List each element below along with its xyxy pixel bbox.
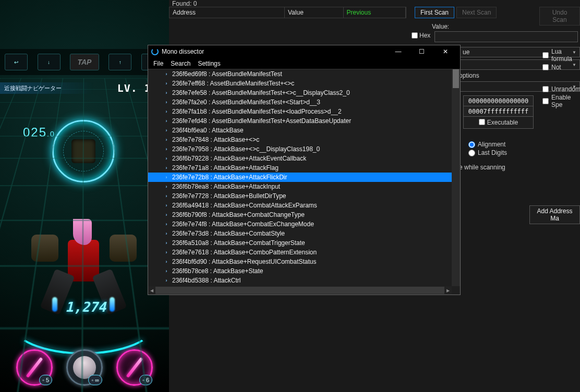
scan-note: e while scanning: [459, 164, 505, 171]
col-previous[interactable]: Previous: [344, 7, 406, 18]
class-icon: ›: [164, 71, 169, 77]
tree-row[interactable]: ›236f6a510a8 : AttackBase+CombatTriggerS…: [148, 238, 452, 248]
skill-orb-2[interactable]: ◦∞: [66, 349, 103, 386]
action-slot-tap[interactable]: TAP: [70, 54, 99, 70]
tree-row[interactable]: ›236fe7e7728 : AttackBase+BulletDirType: [148, 191, 452, 201]
class-icon: ›: [164, 109, 169, 114]
class-icon: ›: [164, 250, 169, 255]
tree-row[interactable]: ›236f6ed69f8 : AssetBundleManifestTest: [148, 69, 452, 79]
combat-navi-label: 近接戦闘ナビゲーター: [4, 84, 62, 92]
class-icon: ›: [164, 156, 169, 161]
tree-row[interactable]: ›236fe7e7848 : AttackBase+<>c: [148, 135, 452, 144]
tree-row-label: 236fe7efe58 : AssetBundleManifestTest+<>…: [172, 89, 350, 96]
tree-row[interactable]: ›236f6b78ea8 : AttackBase+AttackInput: [148, 182, 452, 191]
lua-formula-checkbox[interactable]: Lua formula: [542, 48, 580, 63]
mem-start-input[interactable]: [464, 96, 533, 106]
menu-file[interactable]: File: [153, 60, 163, 67]
class-icon: ›: [164, 203, 169, 208]
executable-checkbox[interactable]: Executable: [464, 117, 533, 128]
tree-row-label: 236f4bf6d90 : AttackBase+RequestUICombat…: [172, 258, 317, 265]
tree-row-label: 236f6b78ce8 : AttackBase+State: [172, 267, 263, 275]
maximize-button[interactable]: ☐: [410, 45, 433, 58]
tree-row[interactable]: ›236fe7efd48 : AssetBundleManifestTest+A…: [148, 116, 452, 126]
orb-badge-2: ◦∞: [88, 375, 102, 385]
tree-row[interactable]: ›236fe7fa1b8 : AssetBundleManifestTest+<…: [148, 107, 452, 116]
tree-row[interactable]: ›236fe7eff68 : AssetBundleManifestTest+<…: [148, 79, 452, 88]
skill-orb-1[interactable]: ◦5: [16, 349, 53, 386]
tree-row[interactable]: ›236f6b79228 : AttackBase+AttackEventCal…: [148, 154, 452, 163]
tree-row-label: 236fe7e7618 : AttackBase+ComboPatternExt…: [172, 249, 317, 256]
lastdigits-radio[interactable]: Last Digits: [468, 149, 507, 156]
vertical-scrollbar[interactable]: [452, 69, 460, 286]
distance-counter: 025.0: [23, 125, 55, 140]
tree-row[interactable]: ›236f6b78ce8 : AttackBase+State: [148, 266, 452, 276]
tree-row[interactable]: ›236f6a49418 : AttackBase+CombatAttackEx…: [148, 201, 452, 210]
tree-row-label: 236f6b790f8 : AttackBase+CombatChangeTyp…: [172, 211, 305, 218]
tree-row[interactable]: ›236fe7e74f8 : AttackBase+CombatExChange…: [148, 219, 452, 229]
enemy-module: [71, 139, 95, 163]
class-icon: ›: [164, 146, 169, 152]
minimize-button[interactable]: —: [386, 45, 410, 58]
class-icon: ›: [164, 193, 169, 199]
tree-row[interactable]: ›236fe7e73d8 : AttackBase+CombatStyle: [148, 229, 452, 238]
tree-row[interactable]: ›236fe7e7958 : AttackBase+<>c__DisplayCl…: [148, 144, 452, 154]
tree-row[interactable]: ›236f4bd5388 : AttackCtrl: [148, 276, 452, 285]
tree-row-label: 236f6b79228 : AttackBase+AttackEventCall…: [172, 155, 306, 162]
tree-row[interactable]: ›236fe7e72b8 : AttackBase+AttackFlickDir: [148, 173, 452, 182]
class-icon: ›: [164, 268, 169, 274]
tree-row-label: 236f4bf6ea0 : AttackBase: [172, 127, 244, 134]
not-checkbox[interactable]: Not: [542, 64, 580, 71]
class-icon: ›: [164, 259, 169, 264]
mono-dissector-window: Mono dissector — ☐ ✕ File Search Setting…: [148, 45, 461, 295]
add-address-button[interactable]: Add Address Ma: [529, 205, 580, 224]
class-icon: ›: [164, 175, 169, 180]
unrandomizer-checkbox[interactable]: Unrandomi: [542, 85, 580, 93]
tree-row[interactable]: ›236fe7e71a8 : AttackBase+AttackFlag: [148, 163, 452, 173]
hex-checkbox-input[interactable]: [412, 32, 418, 39]
close-button[interactable]: ✕: [433, 45, 457, 58]
horizontal-scrollbar[interactable]: ◀▶: [148, 286, 452, 295]
class-tree[interactable]: ›236f6ed69f8 : AssetBundleManifestTest›2…: [148, 69, 452, 286]
game-viewport: ↩ ↓ TAP ↑ ↪ 近接戦闘ナビゲーター LV. 100 025.0 1,2…: [0, 0, 169, 392]
skill-orb-3[interactable]: ◦6: [116, 349, 153, 386]
scroll-thumb[interactable]: [453, 69, 459, 88]
action-bar: ↩ ↓ TAP ↑ ↪: [0, 49, 169, 75]
class-icon: ›: [164, 231, 169, 236]
class-icon: ›: [164, 212, 169, 217]
class-icon: ›: [164, 90, 169, 95]
tree-row-label: 236fe7efd48 : AssetBundleManifestTest+As…: [172, 117, 351, 125]
undo-scan-button: Undo Scan: [539, 7, 580, 26]
tree-row-label: 236f6ed69f8 : AssetBundleManifestTest: [172, 70, 282, 78]
class-icon: ›: [164, 128, 169, 133]
tree-row-label: 236fe7e7848 : AttackBase+<>c: [172, 136, 259, 143]
class-icon: ›: [164, 118, 169, 124]
tree-row-label: 236f6a510a8 : AttackBase+CombatTriggerSt…: [172, 239, 305, 247]
tree-row[interactable]: ›236fe7fa2e0 : AssetBundleManifestTest+<…: [148, 97, 452, 107]
speedhack-checkbox[interactable]: Enable Spe: [542, 94, 580, 108]
first-scan-button[interactable]: First Scan: [415, 7, 454, 18]
mem-end-input[interactable]: [464, 107, 533, 117]
action-slot-down[interactable]: ↓: [38, 54, 61, 70]
menu-search[interactable]: Search: [171, 60, 190, 67]
navigator-bar: 近接戦闘ナビゲーター LV. 100: [0, 82, 169, 94]
window-title: Mono dissector: [162, 48, 204, 55]
tree-row-label: 236fe7e73d8 : AttackBase+CombatStyle: [172, 230, 285, 237]
hp-value: 1,274: [65, 299, 106, 315]
col-value[interactable]: Value: [285, 7, 344, 18]
found-count: Found: 0: [172, 0, 197, 7]
alignment-radio[interactable]: Alignment: [468, 141, 507, 148]
value-input[interactable]: [434, 31, 578, 42]
tree-row[interactable]: ›236f4bf6d90 : AttackBase+RequestUIComba…: [148, 257, 452, 266]
class-icon: ›: [164, 222, 169, 227]
tree-row[interactable]: ›236fe7e7618 : AttackBase+ComboPatternEx…: [148, 248, 452, 257]
tree-row[interactable]: ›236f6b790f8 : AttackBase+CombatChangeTy…: [148, 210, 452, 219]
hex-checkbox[interactable]: Hex: [412, 32, 430, 39]
action-slot-back[interactable]: ↩: [5, 54, 28, 70]
tree-row-label: 236fe7e72b8 : AttackBase+AttackFlickDir: [172, 174, 287, 181]
results-header: Address Value Previous: [169, 7, 406, 18]
tree-row[interactable]: ›236f4bf6ea0 : AttackBase: [148, 126, 452, 135]
menu-settings[interactable]: Settings: [198, 60, 220, 67]
col-address[interactable]: Address: [170, 7, 285, 18]
action-slot-up[interactable]: ↑: [108, 54, 131, 70]
tree-row[interactable]: ›236fe7efe58 : AssetBundleManifestTest+<…: [148, 88, 452, 97]
